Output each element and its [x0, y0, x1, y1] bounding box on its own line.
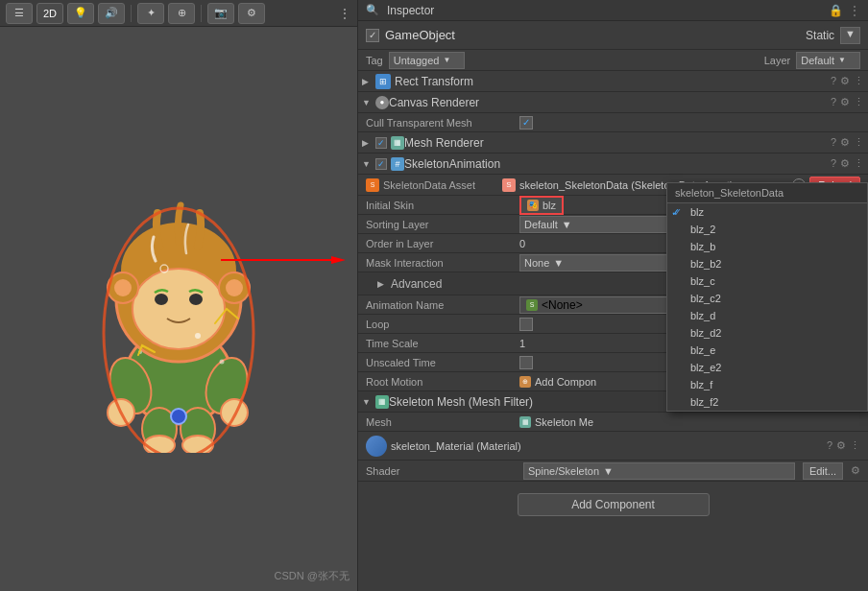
camera-btn[interactable]: 📷: [207, 3, 234, 24]
order-in-layer-label: Order in Layer: [366, 238, 519, 249]
dropdown-item-blz-b2[interactable]: blz_b2: [667, 255, 867, 272]
loop-checkbox[interactable]: [519, 318, 533, 331]
2d-mode-btn[interactable]: 2D: [36, 3, 63, 24]
static-dropdown[interactable]: ▼: [840, 27, 860, 44]
canvas-renderer-icon: ●: [375, 96, 389, 109]
layer-select[interactable]: Default ▼: [796, 52, 860, 69]
mesh-renderer-more-icon[interactable]: ⋮: [854, 136, 864, 149]
skeleton-animation-name: SkeletonAnimation: [404, 157, 831, 171]
shader-settings-icon[interactable]: ⚙: [851, 464, 860, 477]
sorting-layer-value: Default: [524, 219, 558, 230]
dropdown-item-blz2[interactable]: blz_2: [667, 221, 867, 238]
arrow-indicator: [221, 252, 346, 268]
root-motion-label: Root Motion: [366, 376, 519, 388]
add-component-button[interactable]: Add Component: [518, 493, 710, 516]
dropdown-item-blz-e2[interactable]: blz_e2: [667, 359, 867, 376]
skeleton-animation-triangle: ▼: [362, 159, 372, 169]
more-options-btn[interactable]: ⋮: [338, 6, 351, 21]
dropdown-item-blz-f2[interactable]: blz_f2: [667, 393, 867, 411]
gizmo-btn[interactable]: ⊕: [168, 3, 195, 24]
rect-transform-name: Rect Transform: [395, 75, 831, 88]
effect-btn[interactable]: ✦: [137, 3, 164, 24]
mesh-prop-icon: ▦: [519, 416, 531, 428]
layer-arrow-icon: ▼: [838, 56, 846, 64]
more-icon[interactable]: ⋮: [849, 4, 860, 17]
cull-mesh-row: Cull Transparent Mesh ✓: [358, 113, 868, 132]
dropdown-item-blz-b[interactable]: blz_b: [667, 238, 867, 255]
skeleton-animation-checkbox[interactable]: ✓: [375, 158, 387, 170]
material-actions: ? ⚙ ⋮: [827, 439, 860, 452]
add-component-partial: Add Compon: [535, 376, 596, 388]
gameobject-active-checkbox[interactable]: ✓: [366, 29, 379, 42]
dropdown-popup: skeleton_SkeletonData ✓ blz blz_2 blz_b …: [666, 182, 868, 412]
shader-select[interactable]: Spine/Skeleton ▼: [523, 462, 795, 480]
watermark-text: CSDN @张不无: [275, 569, 350, 583]
mesh-prop-value-container: ▦ Skeleton Me: [519, 416, 860, 428]
dropdown-item-blz-d2[interactable]: blz_d2: [667, 324, 867, 342]
skeleton-animation-icon: #: [391, 157, 404, 171]
initial-skin-value[interactable]: 🎭 blz: [519, 196, 564, 215]
gameobject-name: GameObject: [385, 28, 800, 42]
dropdown-item-blz-c2[interactable]: blz_c2: [667, 290, 867, 307]
mesh-renderer-settings-icon[interactable]: ⚙: [840, 136, 850, 149]
hand-tool-btn[interactable]: ☰: [6, 3, 33, 24]
inspector-content: ✓ GameObject Static ▼ Tag Untagged ▼ Lay…: [358, 21, 868, 591]
rect-transform-header[interactable]: ▶ ⊞ Rect Transform ? ⚙ ⋮: [358, 71, 868, 92]
dropdown-item-blz-c[interactable]: blz_c: [667, 272, 867, 290]
svg-point-9: [155, 294, 168, 305]
sda-label-icon: S: [366, 178, 379, 192]
mesh-renderer-checkbox[interactable]: ✓: [375, 137, 387, 149]
sorting-layer-label: Sorting Layer: [366, 219, 519, 230]
inspector-header: 🔍 Inspector 🔒 ⋮: [358, 0, 868, 21]
material-settings-icon[interactable]: ⚙: [836, 439, 846, 452]
dropdown-item-blz-f[interactable]: blz_f: [667, 376, 867, 393]
loop-label: Loop: [366, 319, 519, 330]
cull-mesh-label: Cull Transparent Mesh: [366, 117, 519, 129]
canvas-renderer-help-icon[interactable]: ?: [831, 96, 836, 108]
canvas-renderer-triangle: ▼: [362, 98, 372, 107]
canvas-renderer-settings-icon[interactable]: ⚙: [840, 96, 850, 108]
dropdown-item-blz-d[interactable]: blz_d: [667, 307, 867, 324]
material-help-icon[interactable]: ?: [827, 439, 832, 452]
lock-icon[interactable]: 🔒: [829, 4, 843, 17]
light-btn[interactable]: 💡: [67, 3, 94, 24]
canvas-renderer-more-icon[interactable]: ⋮: [854, 96, 864, 108]
skin-text: blz: [542, 200, 556, 211]
advanced-label: Advanced: [391, 277, 442, 291]
shader-row: Shader Spine/Skeleton ▼ Edit... ⚙: [358, 461, 868, 482]
initial-skin-label: Initial Skin: [366, 200, 519, 211]
dropdown-item-blz-e[interactable]: blz_e: [667, 342, 867, 359]
dropdown-item-blz[interactable]: ✓ blz: [667, 203, 867, 221]
skeleton-animation-actions: ? ⚙ ⋮: [831, 157, 864, 170]
sda-asset-icon: S: [502, 178, 516, 192]
settings-btn[interactable]: ⚙: [238, 3, 265, 24]
material-more-icon[interactable]: ⋮: [850, 439, 860, 452]
tag-select[interactable]: Untagged ▼: [389, 52, 466, 69]
rect-transform-help-icon[interactable]: ?: [831, 75, 836, 87]
rect-transform-more-icon[interactable]: ⋮: [854, 75, 864, 87]
skeleton-animation-header[interactable]: ▼ ✓ # SkeletonAnimation ? ⚙ ⋮: [358, 154, 868, 175]
cull-mesh-checkbox[interactable]: ✓: [519, 116, 533, 130]
mask-interaction-value: None: [524, 257, 549, 269]
unscaled-time-checkbox[interactable]: [519, 356, 533, 369]
skeleton-anim-help-icon[interactable]: ?: [831, 157, 836, 170]
tag-arrow-icon: ▼: [443, 56, 450, 64]
edit-shader-button[interactable]: Edit...: [803, 462, 843, 480]
audio-btn[interactable]: 🔊: [98, 3, 125, 24]
add-component-container: Add Component: [358, 482, 868, 528]
rect-transform-icon: ⊞: [375, 74, 391, 89]
skeleton-anim-settings-icon[interactable]: ⚙: [840, 157, 850, 170]
skeleton-anim-more-icon[interactable]: ⋮: [854, 157, 864, 170]
scene-viewport[interactable]: CSDN @张不无: [0, 27, 357, 591]
rect-transform-actions: ? ⚙ ⋮: [831, 75, 864, 87]
mesh-renderer-help-icon[interactable]: ?: [831, 136, 836, 149]
canvas-renderer-header[interactable]: ▼ ● Canvas Renderer ? ⚙ ⋮: [358, 92, 868, 113]
root-motion-icon: ⊕: [519, 376, 531, 388]
svg-point-20: [171, 409, 186, 424]
unscaled-time-label: Unscaled Time: [366, 357, 519, 368]
anim-name-icon: S: [526, 299, 538, 311]
svg-marker-26: [331, 256, 346, 264]
anim-name-text: <None>: [542, 298, 583, 312]
rect-transform-settings-icon[interactable]: ⚙: [840, 75, 850, 87]
mesh-renderer-header[interactable]: ▶ ✓ ▦ Mesh Renderer ? ⚙ ⋮: [358, 132, 868, 154]
